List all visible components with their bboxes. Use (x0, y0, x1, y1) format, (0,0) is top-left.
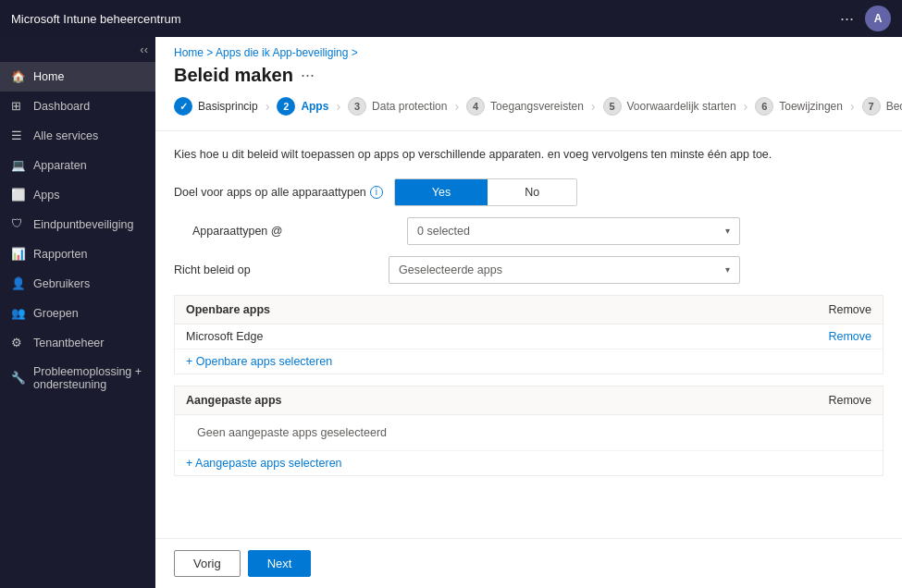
toggle-no-button[interactable]: No (488, 179, 576, 205)
dashboard-icon: ⊞ (11, 99, 26, 114)
sidebar-item-label: Tenantbeheer (33, 337, 104, 349)
sidebar-collapse-button[interactable]: ‹‹ (0, 37, 155, 62)
sidebar: ‹‹ 🏠 Home ⊞ Dashboard ☰ Alle services 💻 … (0, 37, 155, 588)
step-label-7: Beoordelen en maken (886, 100, 902, 113)
apparaattypen-value: 0 selected (417, 225, 470, 238)
step-circle-6: 6 (755, 97, 773, 116)
step-sep-3: › (454, 99, 459, 114)
wizard-step-voorwaardelijk[interactable]: 5 Voorwaardelijk starten (603, 97, 736, 116)
step-sep-4: › (591, 99, 596, 114)
topbar-right: ··· A (840, 6, 891, 31)
topbar: Microsoft Intune beheercentrum ··· A (0, 0, 902, 37)
step-sep-6: › (850, 99, 855, 114)
apparaattypen-chevron-icon: ▾ (725, 226, 730, 236)
apparaattypen-dropdown[interactable]: 0 selected ▾ (407, 217, 740, 245)
openbare-apps-remove-all[interactable]: Remove (828, 303, 871, 316)
richt-beleid-row: Richt beleid op Geselecteerde apps ▾ (174, 256, 883, 284)
toggle-yes-button[interactable]: Yes (395, 179, 488, 205)
groups-icon: 👥 (11, 306, 26, 321)
openbare-apps-add-row: + Openbare apps selecteren (175, 349, 883, 374)
microsoft-edge-remove-link[interactable]: Remove (828, 330, 871, 343)
main-layout: ‹‹ 🏠 Home ⊞ Dashboard ☰ Alle services 💻 … (0, 37, 902, 588)
aangepaste-apps-section: Aangepaste apps Remove Geen aangepaste a… (174, 386, 883, 476)
sidebar-item-groepen[interactable]: 👥 Groepen (0, 299, 155, 328)
wizard-step-toewijzingen[interactable]: 6 Toewijzingen (755, 97, 843, 116)
step-sep-5: › (744, 99, 748, 114)
aangepaste-apps-title: Aangepaste apps (186, 394, 282, 407)
breadcrumb-home[interactable]: Home > (174, 46, 213, 59)
content-area: Home > Apps die ik App-beveiliging > Bel… (155, 37, 902, 588)
wizard-steps: ✓ Basisprincip › 2 Apps › 3 Data protect… (155, 97, 902, 131)
home-icon: 🏠 (11, 69, 26, 84)
sidebar-item-dashboard[interactable]: ⊞ Dashboard (0, 92, 155, 121)
breadcrumb: Home > Apps die ik App-beveiliging > (155, 37, 902, 63)
sidebar-item-label: Dashboard (33, 100, 90, 113)
sidebar-item-apparaten[interactable]: 💻 Apparaten (0, 151, 155, 180)
breadcrumb-apps[interactable]: Apps die ik App-beveiliging > (216, 46, 358, 59)
step-circle-3: 3 (348, 97, 366, 116)
microsoft-edge-label: Microsoft Edge (186, 330, 263, 343)
page-title: Beleid maken (174, 65, 293, 86)
yes-no-toggle: Yes No (394, 178, 577, 206)
add-openbare-apps-link[interactable]: + Openbare apps selecteren (175, 349, 343, 374)
sidebar-item-alle-services[interactable]: ☰ Alle services (0, 121, 155, 151)
richt-beleid-value: Geselecteerde apps (399, 263, 502, 276)
tenant-icon: ⚙ (11, 336, 26, 350)
add-aangepaste-apps-link[interactable]: + Aangepaste apps selecteren (175, 451, 353, 475)
step-label-6: Toewijzingen (779, 100, 843, 113)
sidebar-item-label: Groepen (33, 307, 79, 320)
aangepaste-apps-empty-text: Geen aangepaste apps geselecteerd (186, 421, 398, 445)
security-icon: 🛡 (11, 217, 26, 232)
topbar-menu-icon[interactable]: ··· (840, 9, 854, 29)
step-circle-1: ✓ (174, 97, 192, 116)
aangepaste-apps-remove-all[interactable]: Remove (828, 394, 871, 407)
topbar-title: Microsoft Intune beheercentrum (11, 12, 181, 26)
target-info-icon[interactable]: i (370, 186, 383, 199)
sidebar-item-rapporten[interactable]: 📊 Rapporten (0, 239, 155, 269)
step-circle-7: 7 (862, 97, 881, 116)
aangepaste-apps-add-row: + Aangepaste apps selecteren (175, 451, 883, 475)
wizard-step-basisprincip[interactable]: ✓ Basisprincip (174, 97, 258, 116)
richt-beleid-dropdown[interactable]: Geselecteerde apps ▾ (389, 256, 740, 284)
target-label: Doel voor apps op alle apparaattypen i (174, 186, 383, 199)
sidebar-item-eindpuntbeveiliging[interactable]: 🛡 Eindpuntbeveiliging (0, 210, 155, 239)
step-circle-5: 5 (603, 97, 622, 116)
apparaattypen-label: Apparaattypen @ (192, 225, 396, 238)
sidebar-item-probleemoplossing[interactable]: 🔧 Probleemoplossing + ondersteuning (0, 358, 155, 398)
wizard-step-beoordelen[interactable]: 7 Beoordelen en maken (862, 97, 902, 116)
avatar[interactable]: A (865, 6, 891, 31)
form-content: Kies hoe u dit beleid wilt toepassen op … (155, 131, 902, 538)
sidebar-item-gebruikers[interactable]: 👤 Gebruikers (0, 269, 155, 299)
step-label-3: Data protection (372, 100, 447, 113)
step-label-4: Toegangsvereisten (490, 100, 584, 113)
services-icon: ☰ (11, 129, 26, 143)
reports-icon: 📊 (11, 247, 26, 262)
page-title-more-icon[interactable]: ··· (301, 66, 315, 85)
sidebar-item-label: Rapporten (33, 248, 87, 261)
wizard-step-data-protection[interactable]: 3 Data protection (348, 97, 447, 116)
richt-beleid-label: Richt beleid op (174, 263, 377, 276)
openbare-apps-section: Openbare apps Remove Microsoft Edge Remo… (174, 295, 883, 374)
sidebar-item-label: Apparaten (33, 159, 87, 172)
sidebar-item-tenantbeheer[interactable]: ⚙ Tenantbeheer (0, 328, 155, 358)
wizard-step-apps[interactable]: 2 Apps (277, 97, 328, 116)
target-row: Doel voor apps op alle apparaattypen i Y… (174, 178, 883, 206)
sidebar-item-home[interactable]: 🏠 Home (0, 62, 155, 92)
wizard-step-toegangsvereisten[interactable]: 4 Toegangsvereisten (466, 97, 584, 116)
richt-beleid-chevron-icon: ▾ (725, 264, 730, 275)
info-text: Kies hoe u dit beleid wilt toepassen op … (174, 146, 883, 164)
openbare-apps-title: Openbare apps (186, 303, 270, 316)
step-circle-2: 2 (277, 97, 295, 116)
back-button[interactable]: Vorig (174, 550, 241, 577)
step-label-1: Basisprincip (198, 100, 258, 113)
apps-icon: ⬜ (11, 188, 26, 202)
next-button[interactable]: Next (248, 550, 312, 577)
step-sep-1: › (266, 99, 270, 114)
footer: Vorig Next (155, 538, 902, 588)
page-title-row: Beleid maken ··· (155, 63, 902, 97)
apparaattypen-row: Apparaattypen @ 0 selected ▾ (174, 217, 883, 245)
sidebar-item-label: Eindpuntbeveiliging (33, 218, 133, 231)
sidebar-item-apps[interactable]: ⬜ Apps (0, 180, 155, 210)
users-icon: 👤 (11, 276, 26, 291)
step-label-2: Apps (301, 100, 328, 113)
